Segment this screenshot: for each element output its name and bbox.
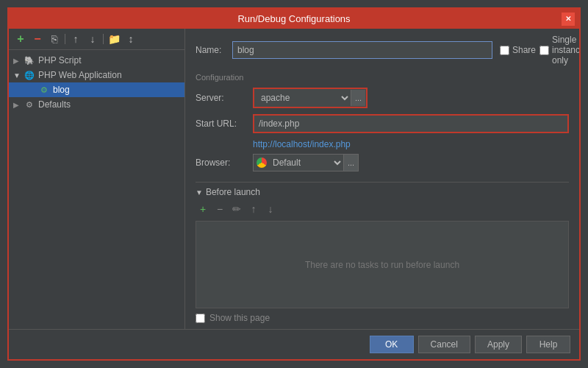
php-script-label: PHP Script xyxy=(38,55,81,66)
browser-row: Browser: Default Chrome Firefox ... xyxy=(196,154,569,171)
server-select[interactable]: apache nginx IIS xyxy=(255,90,351,106)
apply-button[interactable]: Apply xyxy=(475,336,522,353)
server-ellipsis-button[interactable]: ... xyxy=(351,90,365,106)
close-button[interactable]: ✕ xyxy=(562,13,575,26)
browser-inner: Default Chrome Firefox xyxy=(254,157,343,169)
name-input[interactable] xyxy=(232,41,492,59)
ok-button[interactable]: OK xyxy=(370,336,414,353)
run-debug-dialog: Run/Debug Configurations ✕ + − ⎘ ↑ ↓ 📁 ↕… xyxy=(7,7,581,361)
arrow-php-script: ▶ xyxy=(13,57,24,65)
remove-config-button[interactable]: − xyxy=(30,32,45,46)
php-web-app-label: PHP Web Application xyxy=(38,70,122,80)
single-instance-checkbox[interactable] xyxy=(539,46,549,55)
tree-item-blog[interactable]: ⚙ blog xyxy=(9,82,184,97)
start-url-row: Start URL: xyxy=(196,114,569,133)
left-toolbar: + − ⎘ ↑ ↓ 📁 ↕ xyxy=(9,29,184,50)
bl-up-button[interactable]: ↑ xyxy=(246,202,261,216)
browser-select[interactable]: Default Chrome Firefox xyxy=(270,157,343,169)
before-launch-header: ▼ Before launch xyxy=(196,187,569,197)
name-row: Name: Share Single instance only xyxy=(196,35,569,66)
start-url-label: Start URL: xyxy=(196,118,247,129)
right-panel: Name: Share Single instance only Configu… xyxy=(185,29,579,329)
browser-label: Browser: xyxy=(196,158,247,168)
defaults-label: Defaults xyxy=(38,99,71,110)
show-page-row: Show this page xyxy=(196,313,569,323)
browser-ellipsis-button[interactable]: ... xyxy=(343,155,358,171)
show-page-label: Show this page xyxy=(209,313,270,323)
move-up-button[interactable]: ↑ xyxy=(68,32,83,46)
launch-list: There are no tasks to run before launch xyxy=(196,221,569,308)
before-launch-arrow: ▼ xyxy=(196,188,203,197)
tree-item-defaults[interactable]: ▶ ⚙ Defaults xyxy=(9,97,184,112)
bl-add-button[interactable]: + xyxy=(196,202,210,216)
arrow-defaults: ▶ xyxy=(13,101,24,109)
share-label: Share xyxy=(512,45,536,55)
single-instance-label: Single instance only xyxy=(539,35,569,66)
launch-list-empty: There are no tasks to run before launch xyxy=(305,260,459,270)
left-panel: + − ⎘ ↑ ↓ 📁 ↕ ▶ 🐘 PHP Script ▼ xyxy=(9,29,185,329)
sort-button[interactable]: ↕ xyxy=(123,32,138,46)
start-url-wrapper xyxy=(253,114,569,133)
bottom-bar: OK Cancel Apply Help xyxy=(9,329,579,359)
server-field-wrapper: apache nginx IIS ... xyxy=(253,88,368,108)
move-down-button[interactable]: ↓ xyxy=(85,32,100,46)
share-checkbox-label: Share xyxy=(500,45,529,55)
server-label: Server: xyxy=(196,93,247,103)
single-instance-text: Single instance only xyxy=(552,35,579,66)
folder-button[interactable]: 📁 xyxy=(107,32,121,46)
blog-icon: ⚙ xyxy=(38,84,50,96)
title-bar: Run/Debug Configurations ✕ xyxy=(9,9,579,29)
add-config-button[interactable]: + xyxy=(13,32,28,46)
php-script-icon: 🐘 xyxy=(24,54,35,66)
name-label: Name: xyxy=(196,45,225,55)
config-section-label: Configuration xyxy=(196,73,569,82)
tree-item-php-web-app[interactable]: ▼ 🌐 PHP Web Application xyxy=(9,68,184,82)
help-button[interactable]: Help xyxy=(526,336,570,353)
bl-down-button[interactable]: ↓ xyxy=(263,202,278,216)
start-url-input[interactable] xyxy=(254,116,567,132)
chrome-icon xyxy=(257,158,267,168)
bl-remove-button[interactable]: − xyxy=(212,202,227,216)
bl-edit-button[interactable]: ✏ xyxy=(229,202,244,216)
toolbar-separator xyxy=(65,34,65,44)
before-launch-toolbar: + − ✏ ↑ ↓ xyxy=(196,202,569,216)
localhost-link[interactable]: http://localhost/index.php xyxy=(253,139,569,149)
arrow-php-web-app: ▼ xyxy=(13,71,24,79)
dialog-content: + − ⎘ ↑ ↓ 📁 ↕ ▶ 🐘 PHP Script ▼ xyxy=(9,29,579,329)
php-web-app-icon: 🌐 xyxy=(24,69,35,81)
tree-item-php-script[interactable]: ▶ 🐘 PHP Script xyxy=(9,53,184,68)
cancel-button[interactable]: Cancel xyxy=(418,336,470,353)
blog-label: blog xyxy=(53,85,70,95)
share-checkbox[interactable] xyxy=(500,46,509,55)
show-page-checkbox[interactable] xyxy=(196,314,205,323)
checkboxes-group: Share Single instance only xyxy=(500,35,569,66)
copy-config-button[interactable]: ⎘ xyxy=(47,32,62,46)
server-row: Server: apache nginx IIS ... xyxy=(196,88,569,108)
section-divider xyxy=(196,182,569,183)
before-launch-label: Before launch xyxy=(206,187,260,197)
defaults-icon: ⚙ xyxy=(24,99,35,110)
browser-field: Default Chrome Firefox ... xyxy=(253,154,359,171)
dialog-title: Run/Debug Configurations xyxy=(237,13,350,24)
toolbar-separator2 xyxy=(103,34,104,44)
config-tree: ▶ 🐘 PHP Script ▼ 🌐 PHP Web Application ⚙… xyxy=(9,50,184,329)
